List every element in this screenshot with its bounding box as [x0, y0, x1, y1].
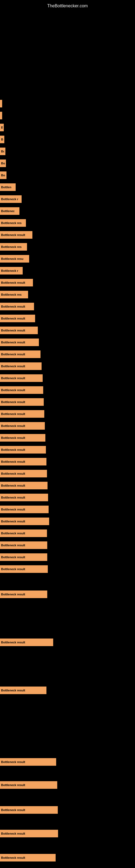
- bar-item: [0, 112, 2, 119]
- bar-item: Bo: [0, 148, 5, 155]
- bar-item: Bottleneck result: [0, 362, 42, 370]
- bar-label: Bottleneck result: [1, 365, 25, 368]
- bar-item: Bottleneck result: [0, 506, 49, 513]
- bar-item: Bottleneck result: [0, 470, 47, 477]
- bar-item: Bottleneck result: [0, 758, 56, 766]
- bar-item: Bottleneck result: [0, 279, 33, 286]
- bar-item: B: [0, 135, 4, 143]
- bar-item: Bottleneck result: [0, 482, 48, 489]
- bar-item: Bottleneck resu: [0, 255, 29, 262]
- bar-label: Bottleneck result: [1, 436, 25, 439]
- bar-item: Bottleneck result: [0, 350, 41, 358]
- bar-item: Bottleneck result: [0, 410, 44, 418]
- bar-label: Bottleneck result: [1, 233, 25, 237]
- bar-label: B: [1, 138, 3, 141]
- bar-label: Bottleneck result: [1, 281, 25, 284]
- bar-label: Bottleneck result: [1, 472, 25, 475]
- bar-item: Bo: [0, 159, 6, 167]
- bar-label: B: [1, 126, 3, 129]
- bar-item: Bottleneck result: [0, 854, 56, 862]
- bar-item: Bottleneck result: [0, 422, 45, 430]
- bar-item: Bottleneck result: [0, 386, 43, 394]
- bar-label: Bottleneck result: [1, 341, 25, 344]
- bar-label: Bottleneck res: [1, 221, 21, 225]
- bar-item: Bottleneck result: [0, 446, 46, 454]
- bar-item: Bottleneck result: [0, 398, 44, 406]
- bar-label: Bo: [1, 150, 4, 153]
- bar-item: Bottleneck result: [0, 303, 34, 310]
- bar-item: Bottleneck result: [0, 518, 49, 525]
- bar-label: Bottleneck resu: [1, 257, 24, 260]
- bar-label: Bottleneck result: [1, 460, 25, 463]
- bar-item: Bottleneck result: [0, 565, 48, 573]
- bar-label: Bottleneck result: [1, 856, 25, 859]
- bar-item: Bottleneck r: [0, 267, 23, 275]
- bar-item: Bottleneck result: [0, 686, 46, 694]
- bar-label: Bottleneck result: [1, 532, 25, 535]
- bar-label: Bottleneck result: [1, 556, 25, 559]
- bar-label: Bottleneck res: [1, 293, 21, 296]
- bar-item: Bottleneck result: [0, 494, 48, 501]
- bar-item: Bottlenec: [0, 207, 19, 215]
- bar-label: Bottleneck result: [1, 689, 25, 692]
- bar-label: Bo: [1, 162, 5, 165]
- bar-label: Bottleneck result: [1, 352, 25, 356]
- bar-label: Bottlenec: [1, 209, 14, 213]
- bar-item: Bottleneck result: [0, 590, 47, 598]
- site-title: TheBottlenecker.com: [0, 1, 135, 10]
- bar-label: Bottleneck result: [1, 496, 25, 499]
- bar-item: B: [0, 124, 4, 131]
- bar-item: Bottleneck result: [0, 553, 47, 561]
- bar-label: Bottleneck r: [1, 269, 18, 272]
- bar-item: Bottleneck result: [0, 830, 58, 837]
- bar-label: Bottlen: [1, 186, 11, 189]
- bar-label: Bottleneck result: [1, 305, 25, 308]
- bar-label: Bottleneck result: [1, 400, 25, 404]
- bar-item: Bottleneck result: [0, 781, 57, 789]
- bar-label: Bottleneck r: [1, 197, 18, 201]
- bar-label: Bottleneck result: [1, 544, 25, 547]
- bar-label: Bo: [1, 174, 5, 177]
- bar-item: Bottleneck result: [0, 231, 32, 239]
- bar-item: Bottleneck res: [0, 219, 26, 227]
- bar-label: Bottleneck result: [1, 317, 25, 320]
- bar-item: [0, 100, 2, 107]
- bar-label: Bottleneck result: [1, 484, 25, 487]
- bar-label: Bottleneck result: [1, 641, 25, 644]
- bar-label: Bottleneck result: [1, 508, 25, 511]
- bar-label: Bottleneck result: [1, 567, 25, 571]
- bar-label: Bottleneck result: [1, 448, 25, 452]
- bar-item: Bottleneck result: [0, 639, 53, 646]
- bar-item: Bottleneck result: [0, 806, 58, 814]
- bar-item: Bottleneck result: [0, 315, 35, 322]
- bar-label: Bottleneck result: [1, 783, 25, 786]
- bar-label: Bottleneck result: [1, 808, 25, 812]
- bar-label: Bottleneck result: [1, 832, 25, 835]
- bar-item: Bottleneck result: [0, 541, 47, 549]
- bar-item: Bo: [0, 172, 6, 179]
- bar-label: Bottleneck result: [1, 760, 25, 764]
- bar-label: Bottleneck result: [1, 389, 25, 392]
- bar-label: Bottleneck result: [1, 520, 25, 523]
- bar-label: Bottleneck result: [1, 376, 25, 380]
- bar-label: Bottleneck result: [1, 329, 25, 332]
- bar-item: Bottleneck res: [0, 291, 28, 299]
- bar-item: Bottleneck result: [0, 327, 38, 334]
- bar-item: Bottleneck result: [0, 374, 43, 382]
- bar-item: Bottleneck result: [0, 434, 45, 442]
- bar-label: Bottleneck res: [1, 245, 21, 248]
- bar-label: Bottleneck result: [1, 412, 25, 415]
- bar-item: Bottleneck res: [0, 243, 27, 251]
- bar-item: Bottleneck r: [0, 195, 21, 203]
- bar-item: Bottleneck result: [0, 339, 39, 346]
- bar-item: Bottlen: [0, 183, 16, 191]
- bar-item: Bottleneck result: [0, 458, 46, 465]
- bar-item: Bottleneck result: [0, 529, 47, 537]
- bar-label: Bottleneck result: [1, 593, 25, 596]
- bar-label: Bottleneck result: [1, 424, 25, 428]
